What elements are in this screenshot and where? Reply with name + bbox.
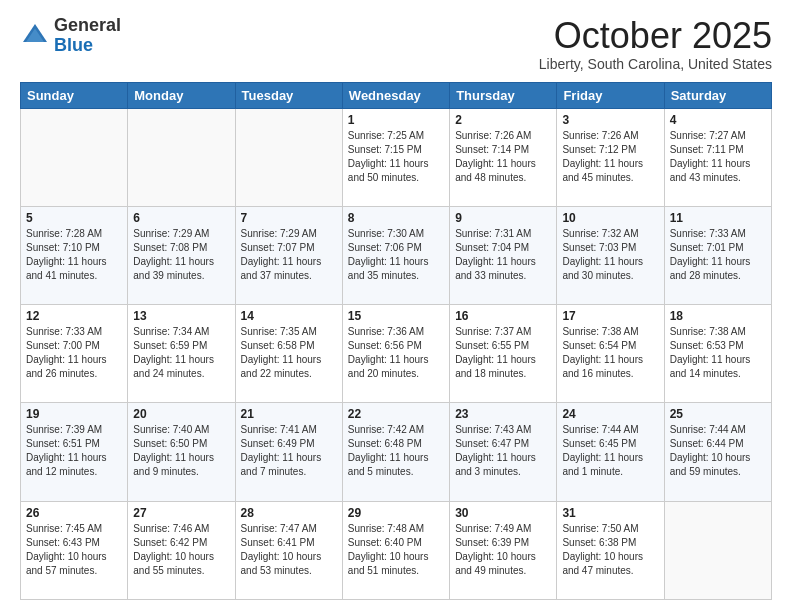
title-block: October 2025 Liberty, South Carolina, Un… xyxy=(539,16,772,72)
calendar-cell: 11Sunrise: 7:33 AM Sunset: 7:01 PM Dayli… xyxy=(664,206,771,304)
calendar-cell: 17Sunrise: 7:38 AM Sunset: 6:54 PM Dayli… xyxy=(557,305,664,403)
calendar-cell: 10Sunrise: 7:32 AM Sunset: 7:03 PM Dayli… xyxy=(557,206,664,304)
day-info: Sunrise: 7:35 AM Sunset: 6:58 PM Dayligh… xyxy=(241,325,337,381)
day-info: Sunrise: 7:44 AM Sunset: 6:44 PM Dayligh… xyxy=(670,423,766,479)
calendar-cell: 2Sunrise: 7:26 AM Sunset: 7:14 PM Daylig… xyxy=(450,108,557,206)
day-number: 8 xyxy=(348,211,444,225)
calendar-day-header: Monday xyxy=(128,82,235,108)
day-info: Sunrise: 7:36 AM Sunset: 6:56 PM Dayligh… xyxy=(348,325,444,381)
day-number: 29 xyxy=(348,506,444,520)
calendar-cell: 13Sunrise: 7:34 AM Sunset: 6:59 PM Dayli… xyxy=(128,305,235,403)
logo-blue-text: Blue xyxy=(54,35,93,55)
day-info: Sunrise: 7:49 AM Sunset: 6:39 PM Dayligh… xyxy=(455,522,551,578)
day-number: 22 xyxy=(348,407,444,421)
calendar-cell: 29Sunrise: 7:48 AM Sunset: 6:40 PM Dayli… xyxy=(342,501,449,599)
calendar-day-header: Tuesday xyxy=(235,82,342,108)
calendar-cell: 1Sunrise: 7:25 AM Sunset: 7:15 PM Daylig… xyxy=(342,108,449,206)
day-number: 20 xyxy=(133,407,229,421)
calendar-cell: 24Sunrise: 7:44 AM Sunset: 6:45 PM Dayli… xyxy=(557,403,664,501)
page: General Blue October 2025 Liberty, South… xyxy=(0,0,792,612)
calendar-week-row: 19Sunrise: 7:39 AM Sunset: 6:51 PM Dayli… xyxy=(21,403,772,501)
calendar-cell: 30Sunrise: 7:49 AM Sunset: 6:39 PM Dayli… xyxy=(450,501,557,599)
day-info: Sunrise: 7:43 AM Sunset: 6:47 PM Dayligh… xyxy=(455,423,551,479)
day-number: 6 xyxy=(133,211,229,225)
calendar-header-row: SundayMondayTuesdayWednesdayThursdayFrid… xyxy=(21,82,772,108)
day-number: 31 xyxy=(562,506,658,520)
day-number: 23 xyxy=(455,407,551,421)
day-number: 28 xyxy=(241,506,337,520)
day-number: 25 xyxy=(670,407,766,421)
day-number: 7 xyxy=(241,211,337,225)
day-info: Sunrise: 7:28 AM Sunset: 7:10 PM Dayligh… xyxy=(26,227,122,283)
header: General Blue October 2025 Liberty, South… xyxy=(20,16,772,72)
calendar-cell: 5Sunrise: 7:28 AM Sunset: 7:10 PM Daylig… xyxy=(21,206,128,304)
calendar-cell: 6Sunrise: 7:29 AM Sunset: 7:08 PM Daylig… xyxy=(128,206,235,304)
calendar-day-header: Saturday xyxy=(664,82,771,108)
calendar-cell: 21Sunrise: 7:41 AM Sunset: 6:49 PM Dayli… xyxy=(235,403,342,501)
calendar-cell: 8Sunrise: 7:30 AM Sunset: 7:06 PM Daylig… xyxy=(342,206,449,304)
calendar-week-row: 12Sunrise: 7:33 AM Sunset: 7:00 PM Dayli… xyxy=(21,305,772,403)
calendar-cell: 16Sunrise: 7:37 AM Sunset: 6:55 PM Dayli… xyxy=(450,305,557,403)
day-info: Sunrise: 7:47 AM Sunset: 6:41 PM Dayligh… xyxy=(241,522,337,578)
day-number: 16 xyxy=(455,309,551,323)
calendar-cell: 26Sunrise: 7:45 AM Sunset: 6:43 PM Dayli… xyxy=(21,501,128,599)
logo-icon xyxy=(20,21,50,51)
calendar-cell xyxy=(128,108,235,206)
calendar-cell: 31Sunrise: 7:50 AM Sunset: 6:38 PM Dayli… xyxy=(557,501,664,599)
day-info: Sunrise: 7:45 AM Sunset: 6:43 PM Dayligh… xyxy=(26,522,122,578)
day-info: Sunrise: 7:48 AM Sunset: 6:40 PM Dayligh… xyxy=(348,522,444,578)
day-number: 24 xyxy=(562,407,658,421)
calendar-week-row: 26Sunrise: 7:45 AM Sunset: 6:43 PM Dayli… xyxy=(21,501,772,599)
day-info: Sunrise: 7:33 AM Sunset: 7:01 PM Dayligh… xyxy=(670,227,766,283)
day-number: 13 xyxy=(133,309,229,323)
day-info: Sunrise: 7:39 AM Sunset: 6:51 PM Dayligh… xyxy=(26,423,122,479)
day-info: Sunrise: 7:41 AM Sunset: 6:49 PM Dayligh… xyxy=(241,423,337,479)
calendar-cell: 18Sunrise: 7:38 AM Sunset: 6:53 PM Dayli… xyxy=(664,305,771,403)
day-number: 14 xyxy=(241,309,337,323)
day-number: 2 xyxy=(455,113,551,127)
calendar-cell: 28Sunrise: 7:47 AM Sunset: 6:41 PM Dayli… xyxy=(235,501,342,599)
day-info: Sunrise: 7:31 AM Sunset: 7:04 PM Dayligh… xyxy=(455,227,551,283)
calendar-cell: 25Sunrise: 7:44 AM Sunset: 6:44 PM Dayli… xyxy=(664,403,771,501)
calendar-day-header: Wednesday xyxy=(342,82,449,108)
day-info: Sunrise: 7:50 AM Sunset: 6:38 PM Dayligh… xyxy=(562,522,658,578)
day-info: Sunrise: 7:37 AM Sunset: 6:55 PM Dayligh… xyxy=(455,325,551,381)
day-number: 9 xyxy=(455,211,551,225)
day-info: Sunrise: 7:44 AM Sunset: 6:45 PM Dayligh… xyxy=(562,423,658,479)
calendar-cell: 14Sunrise: 7:35 AM Sunset: 6:58 PM Dayli… xyxy=(235,305,342,403)
day-number: 27 xyxy=(133,506,229,520)
day-info: Sunrise: 7:40 AM Sunset: 6:50 PM Dayligh… xyxy=(133,423,229,479)
calendar-day-header: Sunday xyxy=(21,82,128,108)
day-info: Sunrise: 7:29 AM Sunset: 7:08 PM Dayligh… xyxy=(133,227,229,283)
day-number: 17 xyxy=(562,309,658,323)
calendar-day-header: Thursday xyxy=(450,82,557,108)
location-subtitle: Liberty, South Carolina, United States xyxy=(539,56,772,72)
calendar-week-row: 1Sunrise: 7:25 AM Sunset: 7:15 PM Daylig… xyxy=(21,108,772,206)
day-number: 21 xyxy=(241,407,337,421)
logo: General Blue xyxy=(20,16,121,56)
day-info: Sunrise: 7:38 AM Sunset: 6:54 PM Dayligh… xyxy=(562,325,658,381)
day-number: 5 xyxy=(26,211,122,225)
calendar-cell: 15Sunrise: 7:36 AM Sunset: 6:56 PM Dayli… xyxy=(342,305,449,403)
calendar-cell: 7Sunrise: 7:29 AM Sunset: 7:07 PM Daylig… xyxy=(235,206,342,304)
calendar-day-header: Friday xyxy=(557,82,664,108)
day-number: 30 xyxy=(455,506,551,520)
day-number: 15 xyxy=(348,309,444,323)
calendar-cell xyxy=(21,108,128,206)
day-info: Sunrise: 7:26 AM Sunset: 7:14 PM Dayligh… xyxy=(455,129,551,185)
day-number: 12 xyxy=(26,309,122,323)
day-info: Sunrise: 7:27 AM Sunset: 7:11 PM Dayligh… xyxy=(670,129,766,185)
day-number: 1 xyxy=(348,113,444,127)
day-info: Sunrise: 7:32 AM Sunset: 7:03 PM Dayligh… xyxy=(562,227,658,283)
calendar-cell: 3Sunrise: 7:26 AM Sunset: 7:12 PM Daylig… xyxy=(557,108,664,206)
day-info: Sunrise: 7:42 AM Sunset: 6:48 PM Dayligh… xyxy=(348,423,444,479)
calendar-week-row: 5Sunrise: 7:28 AM Sunset: 7:10 PM Daylig… xyxy=(21,206,772,304)
day-number: 19 xyxy=(26,407,122,421)
calendar-cell: 20Sunrise: 7:40 AM Sunset: 6:50 PM Dayli… xyxy=(128,403,235,501)
day-info: Sunrise: 7:30 AM Sunset: 7:06 PM Dayligh… xyxy=(348,227,444,283)
day-info: Sunrise: 7:26 AM Sunset: 7:12 PM Dayligh… xyxy=(562,129,658,185)
day-number: 10 xyxy=(562,211,658,225)
day-info: Sunrise: 7:29 AM Sunset: 7:07 PM Dayligh… xyxy=(241,227,337,283)
day-info: Sunrise: 7:46 AM Sunset: 6:42 PM Dayligh… xyxy=(133,522,229,578)
calendar-cell: 27Sunrise: 7:46 AM Sunset: 6:42 PM Dayli… xyxy=(128,501,235,599)
